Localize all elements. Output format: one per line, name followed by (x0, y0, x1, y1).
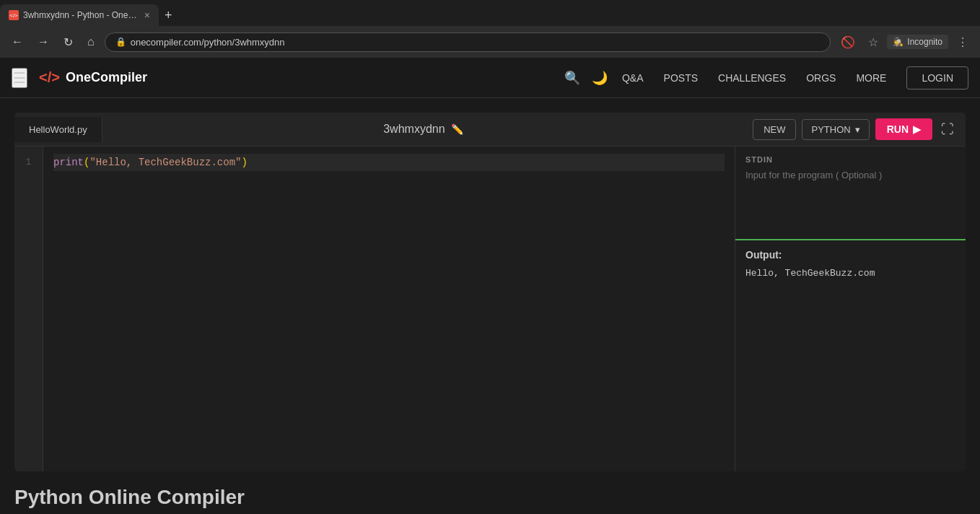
code-line-1: print("Hello, TechGeekBuzz.com") (53, 154, 725, 171)
toolbar-right: 🚫 ☆ 🕵️ Incognito ⋮ (836, 32, 973, 52)
lock-icon: 🔒 (115, 37, 126, 47)
reload-button[interactable]: ↻ (59, 32, 77, 52)
right-panel: STDIN Output: Hello, TechGeekBuzz.com (735, 147, 966, 471)
code-string-value: "Hello, TechGeekBuzz.com" (89, 154, 241, 171)
code-editor[interactable]: 1 print("Hello, TechGeekBuzz.com") (14, 147, 735, 471)
theme-toggle-button[interactable]: 🌙 (586, 64, 613, 92)
bookmark-button[interactable]: ☆ (864, 32, 883, 52)
run-play-icon: ▶ (913, 123, 921, 135)
home-button[interactable]: ⌂ (83, 32, 99, 51)
tab-favicon: </> (9, 10, 19, 20)
hamburger-menu-button[interactable]: ☰ (12, 68, 27, 88)
logo-icon: </> (39, 69, 60, 86)
editor-body: 1 print("Hello, TechGeekBuzz.com") STDIN (14, 147, 966, 471)
more-button[interactable]: ⋮ (953, 32, 973, 52)
logo-text: OneCompiler (66, 70, 147, 85)
app-navbar: ☰ </> OneCompiler 🔍 🌙 Q&A POSTS CHALLENG… (0, 58, 980, 98)
stdin-section: STDIN (735, 147, 966, 240)
nav-link-orgs[interactable]: ORGS (797, 66, 844, 90)
nav-link-challenges[interactable]: CHALLENGES (709, 66, 795, 90)
tab-close-button[interactable]: × (144, 9, 150, 21)
edit-icon[interactable]: ✏️ (451, 123, 463, 135)
forward-button[interactable]: → (33, 32, 53, 51)
code-paren-close: ) (241, 154, 247, 171)
page-title: Python Online Compiler (14, 486, 966, 509)
browser-tabs: </> 3whmxydnn - Python - OneCom... × + (0, 0, 980, 26)
main-content: HelloWorld.py 3whmxydnn ✏️ NEW PYTHON ▾ … (0, 98, 980, 514)
stdin-input[interactable] (745, 170, 955, 227)
editor-title: 3whmxydnn ✏️ (102, 123, 744, 136)
nav-link-posts[interactable]: POSTS (655, 66, 706, 90)
browser-toolbar: ← → ↻ ⌂ 🔒 onecompiler.com/python/3whmxyd… (0, 26, 980, 58)
language-selector-button[interactable]: PYTHON ▾ (802, 119, 869, 140)
nav-link-qa[interactable]: Q&A (613, 66, 652, 90)
file-tab[interactable]: HelloWorld.py (14, 117, 102, 142)
url-text: onecompiler.com/python/3whmxydnn (131, 37, 285, 48)
editor-actions: NEW PYTHON ▾ RUN ▶ ⛶ (744, 113, 966, 146)
code-paren-open: ( (84, 154, 89, 171)
chevron-down-icon: ▾ (855, 124, 860, 135)
address-bar[interactable]: 🔒 onecompiler.com/python/3whmxydnn (105, 32, 831, 52)
output-section: Output: Hello, TechGeekBuzz.com (735, 240, 966, 471)
browser-chrome: </> 3whmxydnn - Python - OneCom... × + ←… (0, 0, 980, 58)
code-keyword-print: print (53, 154, 84, 171)
tab-title: 3whmxydnn - Python - OneCom... (23, 10, 140, 20)
incognito-badge: 🕵️ Incognito (887, 35, 948, 49)
logo-link[interactable]: </> OneCompiler (39, 69, 147, 86)
stdin-label: STDIN (745, 155, 955, 164)
output-text: Hello, TechGeekBuzz.com (745, 268, 955, 279)
login-button[interactable]: LOGIN (906, 66, 968, 90)
incognito-label: Incognito (907, 37, 942, 47)
new-tab-button[interactable]: + (159, 5, 178, 26)
back-button[interactable]: ← (7, 32, 27, 51)
editor-header: HelloWorld.py 3whmxydnn ✏️ NEW PYTHON ▾ … (14, 113, 966, 147)
active-tab[interactable]: </> 3whmxydnn - Python - OneCom... × (0, 4, 159, 26)
incognito-icon: 🕵️ (893, 37, 904, 47)
output-label: Output: (745, 249, 955, 261)
camera-off-button[interactable]: 🚫 (836, 32, 859, 52)
search-button[interactable]: 🔍 (559, 64, 586, 92)
nav-link-more[interactable]: MORE (847, 66, 895, 90)
code-content: print("Hello, TechGeekBuzz.com") (43, 147, 735, 471)
run-label: RUN (887, 123, 909, 135)
nav-links: Q&A POSTS CHALLENGES ORGS MORE (613, 66, 895, 90)
language-label: PYTHON (811, 124, 850, 135)
fullscreen-button[interactable]: ⛶ (938, 119, 957, 140)
code-editor-inner: 1 print("Hello, TechGeekBuzz.com") (14, 147, 735, 471)
new-button[interactable]: NEW (753, 119, 796, 140)
run-button[interactable]: RUN ▶ (875, 118, 932, 140)
line-numbers: 1 (14, 147, 43, 471)
editor-container: HelloWorld.py 3whmxydnn ✏️ NEW PYTHON ▾ … (14, 113, 966, 471)
editor-title-text: 3whmxydnn (383, 123, 445, 136)
line-number-1: 1 (20, 154, 38, 171)
